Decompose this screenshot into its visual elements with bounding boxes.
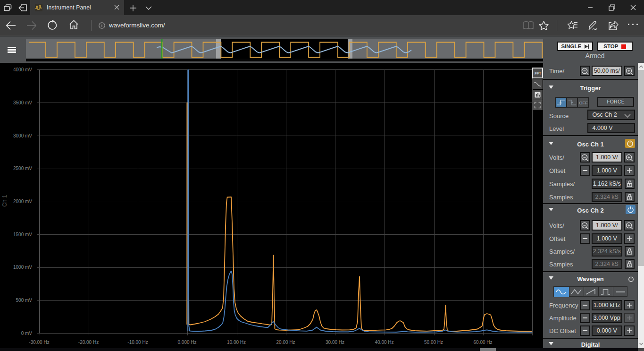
svg-text:4000 mV: 4000 mV <box>13 67 32 72</box>
svg-text:30.00 Hz: 30.00 Hz <box>326 340 344 345</box>
svg-text:-30.00 Hz: -30.00 Hz <box>29 340 49 345</box>
svg-text:1500 mV: 1500 mV <box>13 232 32 237</box>
svg-text:T: T <box>539 71 542 76</box>
svg-text:-10.00 Hz: -10.00 Hz <box>127 340 148 345</box>
svg-text:500 mV: 500 mV <box>16 298 33 303</box>
svg-text:0 mV: 0 mV <box>21 331 33 336</box>
svg-text:20.00 Hz: 20.00 Hz <box>276 340 295 345</box>
svg-text:60.00 Hz: 60.00 Hz <box>473 340 492 345</box>
svg-text:3500 mV: 3500 mV <box>13 100 32 105</box>
svg-text:-20.00 Hz: -20.00 Hz <box>78 340 99 345</box>
svg-text:10.00 Hz: 10.00 Hz <box>227 340 246 345</box>
svg-text:2500 mV: 2500 mV <box>13 166 32 171</box>
svg-text:3000 mV: 3000 mV <box>13 133 32 138</box>
svg-text:FF: FF <box>535 71 539 76</box>
svg-text:50.00 Hz: 50.00 Hz <box>424 340 443 345</box>
svg-text:Ch 1: Ch 1 <box>1 195 8 207</box>
svg-text:1000 mV: 1000 mV <box>13 265 32 270</box>
svg-text:40.00 Hz: 40.00 Hz <box>375 340 393 345</box>
svg-text:2000 mV: 2000 mV <box>13 199 32 204</box>
svg-text:0.000 Hz: 0.000 Hz <box>177 340 196 345</box>
